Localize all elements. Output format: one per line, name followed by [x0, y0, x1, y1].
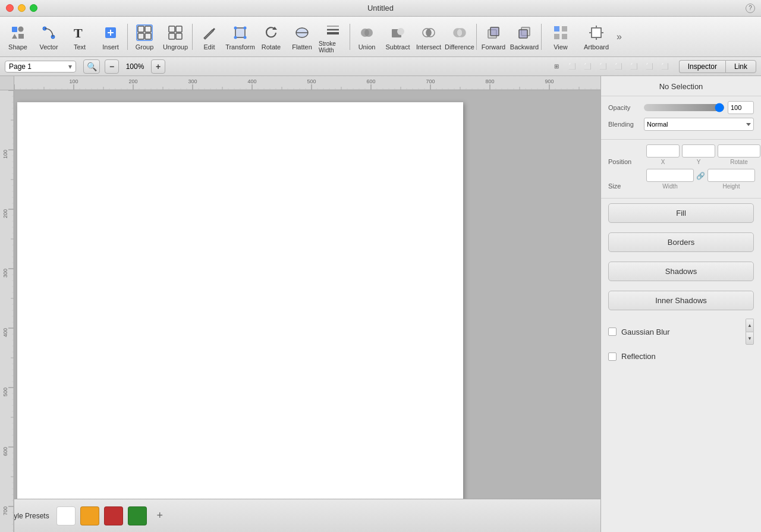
stroke-width-icon — [323, 20, 342, 39]
reflection-checkbox[interactable] — [608, 352, 617, 361]
stroke-width-label: Stroke Width — [319, 40, 347, 53]
svg-rect-42 — [562, 26, 567, 32]
svg-rect-17 — [169, 33, 175, 39]
close-button[interactable] — [6, 4, 14, 12]
svg-text:T: T — [74, 26, 83, 40]
ruler-horizontal — [14, 76, 600, 90]
titlebar: Untitled ? — [0, 0, 761, 17]
toolbar-more[interactable]: » — [617, 32, 622, 42]
inner-shadows-button[interactable]: Inner Shadows — [608, 291, 754, 310]
artboard-icon — [587, 23, 606, 42]
tool-insert[interactable]: Insert — [95, 19, 126, 55]
align-middle-btn[interactable]: ⬜ — [627, 59, 641, 74]
tool-shape[interactable]: Shape — [2, 19, 33, 55]
ungroup-icon — [166, 23, 185, 42]
ruler-vertical — [0, 90, 14, 532]
inner-shadows-section: Inner Shadows — [601, 286, 761, 315]
align-right-btn[interactable]: ⬜ — [596, 59, 610, 74]
flatten-label: Flatten — [292, 43, 312, 51]
gaussian-blur-label: Gaussian Blur — [621, 328, 741, 336]
preset-green[interactable] — [128, 506, 147, 525]
main-toolbar: Shape Vector T Text Insert — [0, 17, 761, 57]
style-presets-bar: Style Presets + — [0, 499, 600, 532]
rotate-group: Rotate — [718, 144, 760, 165]
tool-union[interactable]: Union — [351, 19, 382, 55]
link-tab[interactable]: Link — [725, 60, 756, 73]
tool-edit[interactable]: Edit — [194, 19, 225, 55]
opacity-input[interactable] — [728, 101, 754, 114]
borders-button[interactable]: Borders — [608, 232, 754, 252]
ruler-corner — [0, 76, 14, 90]
edit-icon — [200, 23, 219, 42]
shadows-button[interactable]: Shadows — [608, 262, 754, 281]
tool-stroke-width[interactable]: Stroke Width — [317, 19, 348, 55]
vector-icon — [39, 23, 58, 42]
svg-rect-19 — [235, 28, 245, 37]
blending-select[interactable]: Normal Multiply Screen Overlay Darken Li… — [644, 118, 754, 131]
gaussian-stepper: ▲ ▼ — [746, 319, 754, 345]
align-center-h-btn[interactable]: ⬜ — [580, 59, 595, 74]
forward-label: Forward — [482, 43, 505, 51]
svg-rect-44 — [562, 34, 567, 39]
preset-red[interactable] — [104, 506, 123, 525]
transform-label: Transform — [225, 43, 255, 51]
help-icon[interactable]: ? — [746, 4, 755, 13]
distribute-h-btn[interactable]: ⬜ — [658, 59, 672, 74]
fill-button[interactable]: Fill — [608, 203, 754, 223]
difference-label: Difference — [445, 43, 474, 51]
artboard-label: Artboard — [584, 43, 609, 51]
gaussian-stepper-down[interactable]: ▼ — [746, 332, 754, 345]
align-top-btn[interactable]: ⬜ — [611, 59, 625, 74]
align-bottom-btn[interactable]: ⬜ — [642, 59, 656, 74]
canvas-container — [0, 76, 600, 532]
rotate-input[interactable] — [718, 144, 760, 158]
position-size-section: Position X Y Rotate Size Width — [601, 140, 761, 199]
inspector-panel: No Selection Opacity Blending Normal Mul… — [600, 76, 761, 532]
difference-icon — [450, 23, 469, 42]
page-selector[interactable]: Page 1 ▾ — [5, 61, 76, 73]
align-left-btn[interactable]: ⬜ — [565, 59, 579, 74]
tool-flatten[interactable]: Flatten — [287, 19, 317, 55]
height-label: Height — [723, 183, 740, 190]
tool-rotate[interactable]: Rotate — [256, 19, 287, 55]
tool-difference[interactable]: Difference — [444, 19, 475, 55]
flatten-icon — [293, 23, 312, 42]
tool-artboard[interactable]: Artboard — [578, 19, 614, 55]
tool-backward[interactable]: Backward — [509, 19, 540, 55]
align-grid-btn[interactable]: ⊞ — [549, 59, 564, 74]
lock-icon-container[interactable]: 🔗 — [696, 171, 705, 181]
svg-point-32 — [397, 28, 404, 35]
tool-vector[interactable]: Vector — [33, 19, 64, 55]
reflection-section: Reflection — [601, 348, 761, 364]
tool-intersect[interactable]: Intersect — [413, 19, 444, 55]
svg-marker-2 — [12, 34, 17, 39]
preset-orange[interactable] — [80, 506, 99, 525]
preset-add-button[interactable]: + — [152, 508, 168, 524]
subtract-icon — [388, 23, 407, 42]
union-icon — [357, 23, 376, 42]
tool-text[interactable]: T Text — [64, 19, 95, 55]
opacity-slider[interactable] — [644, 104, 724, 111]
y-group: Y — [682, 144, 715, 165]
tool-view[interactable]: View — [543, 19, 578, 55]
inspector-tab[interactable]: Inspector — [679, 60, 725, 73]
height-input[interactable] — [707, 169, 755, 182]
y-input[interactable] — [682, 144, 715, 158]
gaussian-blur-checkbox[interactable] — [608, 328, 617, 336]
width-input[interactable] — [646, 169, 694, 182]
x-input[interactable] — [646, 144, 680, 158]
tool-ungroup[interactable]: Ungroup — [160, 19, 191, 55]
tool-transform[interactable]: Transform — [225, 19, 256, 55]
maximize-button[interactable] — [30, 4, 37, 12]
zoom-in-button[interactable]: + — [151, 59, 165, 74]
tool-forward[interactable]: Forward — [478, 19, 509, 55]
minimize-button[interactable] — [18, 4, 26, 12]
zoom-out-button[interactable]: − — [105, 59, 119, 74]
preset-white[interactable] — [56, 506, 76, 525]
window-title: Untitled — [367, 4, 394, 12]
tool-group[interactable]: Group — [129, 19, 160, 55]
search-button[interactable]: 🔍 — [83, 59, 100, 74]
canvas-area[interactable] — [14, 90, 600, 532]
gaussian-stepper-up[interactable]: ▲ — [746, 319, 754, 332]
tool-subtract[interactable]: Subtract — [382, 19, 413, 55]
